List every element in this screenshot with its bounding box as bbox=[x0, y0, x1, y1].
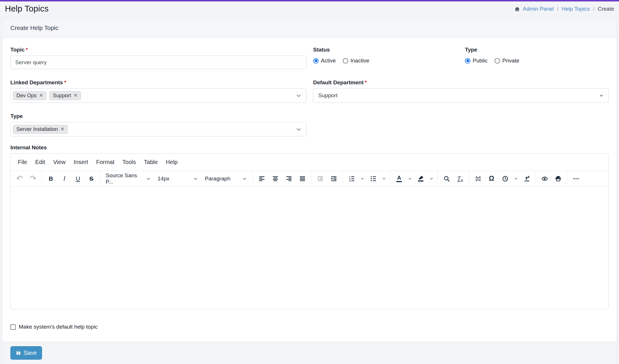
type-multiselect[interactable]: Server Installation ✕ bbox=[10, 122, 306, 136]
editor-content-area[interactable] bbox=[11, 186, 608, 309]
save-icon bbox=[16, 350, 21, 356]
indent-icon bbox=[330, 175, 337, 182]
block-format-select[interactable]: Paragraph bbox=[202, 173, 250, 184]
highlighter-icon bbox=[418, 176, 424, 182]
underline-icon: U bbox=[76, 175, 80, 182]
menu-format[interactable]: Format bbox=[92, 157, 118, 167]
type-private-radio[interactable]: Private bbox=[495, 58, 519, 64]
align-justify-button[interactable] bbox=[296, 173, 309, 184]
search-icon bbox=[443, 175, 450, 182]
required-asterisk: * bbox=[64, 79, 66, 85]
card-body: Topic* Status Active Inactive bbox=[2, 38, 617, 342]
status-active-radio[interactable]: Active bbox=[313, 58, 336, 64]
page-break-button[interactable] bbox=[472, 173, 484, 184]
align-right-icon bbox=[285, 175, 292, 182]
indent-button[interactable] bbox=[327, 173, 340, 184]
chevron-down-icon bbox=[193, 176, 198, 182]
font-size-select[interactable]: 14px bbox=[155, 173, 201, 184]
highlight-color-button[interactable] bbox=[414, 173, 427, 184]
default-department-select[interactable]: Support bbox=[313, 88, 609, 103]
status-inactive-radio[interactable]: Inactive bbox=[343, 58, 369, 64]
topic-input[interactable] bbox=[10, 56, 306, 69]
breadcrumb-label: Admin Panel bbox=[523, 6, 554, 12]
radio-checked-icon bbox=[465, 58, 470, 64]
radio-unchecked-icon bbox=[343, 58, 348, 64]
align-left-button[interactable] bbox=[255, 173, 268, 184]
strikethrough-button[interactable]: S bbox=[85, 173, 98, 184]
menu-tools[interactable]: Tools bbox=[119, 157, 140, 167]
radio-checked-icon bbox=[313, 58, 319, 64]
chevron-down-icon bbox=[598, 92, 605, 99]
strikethrough-icon: S bbox=[89, 175, 93, 182]
preview-button[interactable] bbox=[538, 173, 551, 184]
status-radio-group: Active Inactive bbox=[313, 58, 465, 64]
text-color-chevron[interactable] bbox=[406, 173, 414, 184]
breadcrumb-separator: / bbox=[593, 6, 595, 12]
align-center-button[interactable] bbox=[269, 173, 282, 184]
menu-help[interactable]: Help bbox=[162, 157, 181, 167]
font-family-select[interactable]: Source Sans P... bbox=[103, 173, 154, 184]
bullet-list-icon bbox=[370, 175, 377, 182]
special-character-button[interactable]: Ω bbox=[485, 173, 498, 184]
menu-insert[interactable]: Insert bbox=[70, 157, 92, 167]
text-color-button[interactable]: A bbox=[393, 173, 406, 184]
search-replace-button[interactable] bbox=[440, 173, 453, 184]
outdent-icon bbox=[317, 175, 324, 182]
breadcrumb-current: Create bbox=[598, 6, 614, 12]
linked-departments-label: Linked Departments* bbox=[10, 79, 306, 86]
page-break-icon bbox=[475, 175, 482, 182]
menu-table[interactable]: Table bbox=[140, 157, 162, 167]
radio-unchecked-icon bbox=[495, 58, 500, 64]
underline-button[interactable]: U bbox=[71, 173, 84, 184]
numbered-list-options-chevron[interactable] bbox=[359, 173, 366, 184]
make-default-label: Make system's default help topic bbox=[19, 324, 98, 330]
menu-edit[interactable]: Edit bbox=[31, 157, 49, 167]
linked-departments-multiselect[interactable]: Dev Ops ✕ Support ✕ bbox=[10, 88, 306, 103]
card-header: Create Help Topic bbox=[2, 18, 617, 38]
editor-menubar: File Edit View Insert Format Tools Table… bbox=[11, 154, 608, 171]
save-button[interactable]: Save bbox=[10, 346, 42, 360]
chevron-down-icon bbox=[242, 176, 247, 182]
insert-template-button[interactable] bbox=[520, 173, 533, 184]
chip-remove-icon[interactable]: ✕ bbox=[60, 127, 64, 132]
default-department-label: Default Department* bbox=[313, 79, 609, 86]
menu-file[interactable]: File bbox=[14, 157, 31, 167]
clock-icon bbox=[502, 175, 509, 182]
highlight-color-chevron[interactable] bbox=[428, 173, 435, 184]
clear-formatting-button[interactable]: T x bbox=[454, 173, 467, 184]
print-button[interactable] bbox=[552, 173, 565, 184]
bullet-list-options-chevron[interactable] bbox=[380, 173, 388, 184]
chip-remove-icon[interactable]: ✕ bbox=[73, 93, 77, 98]
breadcrumb: Admin Panel / Help Topics / Create bbox=[514, 6, 614, 12]
redo-button[interactable]: ↷ bbox=[26, 173, 39, 184]
chip-label: Dev Ops bbox=[16, 93, 37, 99]
department-chip: Support ✕ bbox=[49, 91, 81, 100]
numbered-list-button[interactable]: 123 bbox=[345, 173, 358, 184]
rich-text-editor: File Edit View Insert Format Tools Table… bbox=[10, 153, 609, 309]
insert-datetime-button[interactable] bbox=[499, 173, 512, 184]
breadcrumb-link-help-topics[interactable]: Help Topics bbox=[562, 6, 590, 12]
block-format-value: Paragraph bbox=[205, 176, 230, 182]
eye-icon bbox=[541, 175, 548, 182]
outdent-button[interactable] bbox=[314, 173, 327, 184]
type-radio-group: Public Private bbox=[465, 58, 609, 64]
menu-view[interactable]: View bbox=[50, 157, 69, 167]
insert-datetime-chevron[interactable] bbox=[512, 173, 520, 184]
breadcrumb-link-admin-panel[interactable]: Admin Panel bbox=[514, 6, 554, 12]
type-public-radio[interactable]: Public bbox=[465, 58, 488, 64]
undo-button[interactable]: ↶ bbox=[13, 173, 26, 184]
type-chip: Server Installation ✕ bbox=[13, 125, 68, 134]
chip-remove-icon[interactable]: ✕ bbox=[39, 93, 43, 98]
select-value: Support bbox=[318, 92, 338, 99]
save-label: Save bbox=[24, 350, 37, 356]
chevron-down-icon bbox=[514, 176, 518, 181]
make-default-checkbox[interactable] bbox=[10, 324, 16, 330]
more-options-button[interactable] bbox=[569, 173, 582, 184]
font-family-value: Source Sans P... bbox=[106, 172, 145, 185]
bold-button[interactable]: B bbox=[44, 173, 57, 184]
italic-button[interactable]: I bbox=[58, 173, 71, 184]
required-asterisk: * bbox=[26, 47, 28, 53]
chip-label: Server Installation bbox=[16, 126, 58, 132]
bullet-list-button[interactable] bbox=[367, 173, 380, 184]
align-right-button[interactable] bbox=[282, 173, 295, 184]
